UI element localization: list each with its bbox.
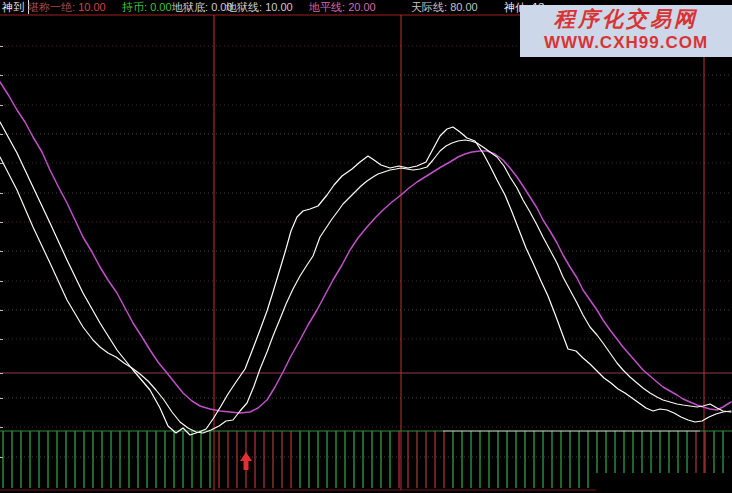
param-label: 地狱底: [172,1,211,13]
watermark-box: 程序化交易网 WWW.CXH99.COM [520,5,732,57]
param-label: 天际线: [411,1,450,13]
indicator-param: 持币: 0.00 [122,0,172,14]
param-value: 0.00 [150,1,171,13]
indicator-chart[interactable] [0,0,732,493]
indicator-param: 堪称一绝: 10.00 [28,0,106,14]
param-value: 80.00 [450,1,478,13]
white-fast-line [0,122,731,435]
param-value: 20.00 [348,1,376,13]
param-label: 地平线: [309,1,348,13]
indicator-param: 地狱线: 10.00 [226,0,293,14]
param-value: 10.00 [78,1,106,13]
grid-lines [0,15,732,490]
white-slow-line [0,140,731,433]
indicator-param: 地平线: 20.00 [309,0,376,14]
param-value: 10.00 [265,1,293,13]
indicator-param: 地狱底: 0.00 [172,0,233,14]
indicator-name[interactable]: 神到 [2,0,29,14]
param-label: 持币: [122,1,150,13]
param-label: 地狱线: [226,1,265,13]
redaction-patch [596,473,732,491]
magenta-signal-line [0,82,731,413]
indicator-param: 天际线: 80.00 [411,0,478,14]
trading-app-window: 神到 堪称一绝: 10.00持币: 0.00地狱底: 0.00地狱线: 10.0… [0,0,732,493]
watermark-site-name: 程序化交易网 [520,5,732,32]
watermark-url: WWW.CXH99.COM [520,32,732,54]
indicator-curves [0,82,731,435]
buy-signal-arrow-icon [240,452,252,470]
param-label: 堪称一绝: [28,1,78,13]
